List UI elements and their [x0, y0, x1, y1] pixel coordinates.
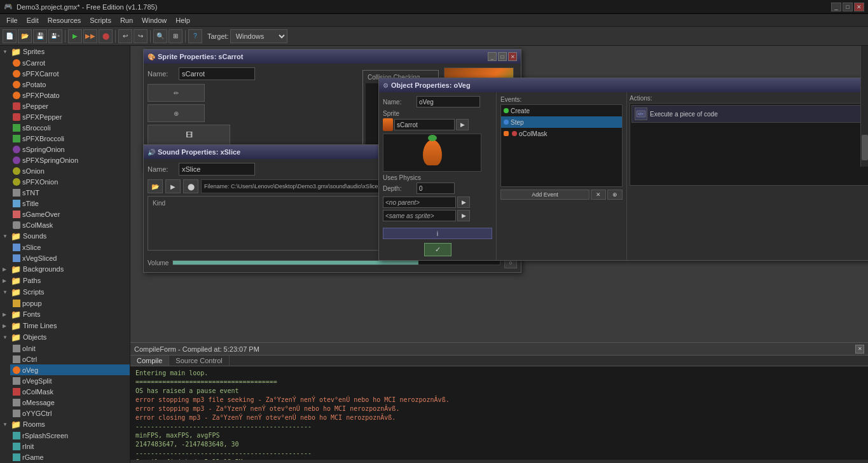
list-item[interactable]: oCtrl [10, 354, 130, 364]
list-item[interactable]: sPFXBroccoli [10, 133, 130, 144]
tab-source-control[interactable]: Source Control [169, 356, 229, 366]
list-item[interactable]: sPotato [10, 79, 130, 90]
parent-arrow[interactable]: ▶ [457, 197, 470, 208]
target-select[interactable]: Windows Mac OS X Ubuntu [230, 29, 287, 43]
object-ok-button[interactable]: ✓ [424, 243, 451, 256]
stop-button[interactable]: ⬤ [99, 29, 113, 43]
close-button[interactable]: ✕ [854, 3, 864, 11]
tree-header-backgrounds[interactable]: ▶ 📁 Backgrounds [0, 263, 130, 275]
list-item[interactable]: sPFXSpringOnion [10, 155, 130, 165]
volume-bar[interactable] [172, 260, 500, 265]
list-item[interactable]: oInit [10, 343, 130, 354]
list-item[interactable]: rGame [10, 452, 130, 462]
menu-scripts[interactable]: Scripts [86, 16, 115, 25]
list-item[interactable]: sOnion [10, 165, 130, 176]
sprite-select-input[interactable] [394, 119, 455, 130]
list-item[interactable]: sPFXPotato [10, 90, 130, 100]
sound-open-button[interactable]: 📂 [148, 179, 163, 193]
list-item[interactable]: sPFXOnion [10, 176, 130, 187]
undo-button[interactable]: ↩ [118, 29, 132, 43]
list-item[interactable]: sPFXCarrot [10, 68, 130, 79]
tree-header-rooms[interactable]: ▼ 📁 Rooms [0, 418, 130, 430]
list-item[interactable]: sPFXPepper [10, 111, 130, 122]
list-item[interactable]: oVegSplit [10, 375, 130, 386]
duplicate-event-button[interactable]: ⊕ [607, 190, 623, 200]
compile-close-button[interactable]: ✕ [855, 345, 864, 354]
mask-arrow[interactable]: ▶ [457, 210, 470, 221]
delete-event-button[interactable]: ✕ [591, 190, 606, 200]
list-item[interactable]: sPepper [10, 100, 130, 111]
list-item[interactable]: oVeg [10, 364, 130, 375]
compile-scrollbar[interactable] [860, 46, 868, 167]
menu-file[interactable]: File [3, 16, 22, 25]
sprite-props-titlebar[interactable]: 🎨 Sprite Properties: sCarrot _ □ ✕ [144, 50, 521, 64]
redo-button[interactable]: ↪ [134, 29, 148, 43]
tree-header-paths[interactable]: ▶ 📁 Paths [0, 275, 130, 286]
list-item[interactable]: rInit [10, 441, 130, 452]
tree-header-timelines[interactable]: ▶ 📁 Time Lines [0, 320, 130, 331]
tree-header-objects[interactable]: ▼ 📁 Objects [0, 331, 130, 343]
title-bar-controls[interactable]: _ □ ✕ [831, 3, 864, 11]
compile-scrollbar-thumb[interactable] [862, 135, 868, 160]
menu-run[interactable]: Run [116, 16, 137, 25]
object-props-titlebar[interactable]: ⚙ Object Properties: oVeg _ □ ✕ [379, 78, 868, 92]
paths-folder-icon: 📁 [11, 276, 21, 286]
list-item[interactable]: sGameOver [10, 209, 130, 219]
event-colmask[interactable]: oColMask [501, 128, 622, 139]
minimize-button[interactable]: _ [831, 3, 841, 11]
maximize-button[interactable]: □ [843, 3, 853, 11]
sprite-select-arrow[interactable]: ▶ [456, 119, 469, 130]
tree-header-scripts[interactable]: ▼ 📁 Scripts [0, 286, 130, 298]
sound-stop-button[interactable]: ⬤ [183, 179, 198, 193]
tree-header-fonts[interactable]: ▶ 📁 Fonts [0, 308, 130, 320]
new-button[interactable]: 📄 [3, 29, 17, 43]
sprite-props-maximize[interactable]: □ [498, 52, 507, 61]
menu-resources[interactable]: Resources [44, 16, 85, 25]
list-item[interactable]: sColMask [10, 219, 130, 230]
list-item[interactable]: sTitle [10, 198, 130, 209]
sprite-image-btn2[interactable]: ⊕ [148, 104, 205, 122]
tree-header-sprites[interactable]: ▼ 📁 Sprites [0, 46, 130, 57]
debug-button[interactable]: ▶▶ [83, 29, 97, 43]
run-button[interactable]: ▶ [68, 29, 82, 43]
list-item[interactable]: rSplashScreen [10, 430, 130, 441]
menu-window[interactable]: Window [138, 16, 170, 25]
sprite-image-btn1[interactable]: ✏ [148, 84, 205, 102]
list-item[interactable]: sTNT [10, 187, 130, 198]
list-item[interactable]: xSlice [10, 242, 130, 252]
sound-name-input[interactable] [179, 163, 255, 176]
list-item[interactable]: sBroccoli [10, 122, 130, 133]
help-button[interactable]: ? [188, 29, 202, 43]
zoom-in-button[interactable]: 🔍 [153, 29, 167, 43]
tree-group-objects: ▼ 📁 Objects oInit oCtrl oVeg oVegSplit o… [0, 331, 130, 418]
action-execute-code[interactable]: </> Execute a piece of code [631, 105, 868, 123]
tree-header-sounds[interactable]: ▼ 📁 Sounds [0, 230, 130, 242]
list-item[interactable]: sCarrot [10, 57, 130, 68]
list-item[interactable]: sSpringOnion [10, 144, 130, 155]
event-step[interactable]: Step [501, 116, 622, 128]
object-info-button[interactable]: i [383, 228, 492, 239]
parent-select[interactable] [383, 197, 456, 208]
depth-input[interactable] [417, 183, 455, 194]
mask-select[interactable] [383, 210, 456, 221]
sprite-props-minimize[interactable]: _ [488, 52, 497, 61]
zoom-out-button[interactable]: ⊞ [169, 29, 183, 43]
list-item[interactable]: popup [10, 298, 130, 308]
list-item[interactable]: oColMask [10, 386, 130, 397]
menu-edit[interactable]: Edit [23, 16, 43, 25]
menu-help[interactable]: Help [172, 16, 194, 25]
add-event-button[interactable]: Add Event [500, 190, 589, 200]
list-item[interactable]: xVegSliced [10, 252, 130, 263]
object-name-input[interactable] [417, 96, 480, 107]
tab-compile[interactable]: Compile [130, 356, 169, 366]
save-button[interactable]: 💾 [33, 29, 47, 43]
open-button[interactable]: 📂 [18, 29, 32, 43]
sound-play-button[interactable]: ▶ [165, 179, 181, 193]
list-item[interactable]: oYYGCtrl [10, 408, 130, 418]
save-all-button[interactable]: 💾+ [48, 29, 62, 43]
list-item[interactable]: oMessage [10, 397, 130, 408]
sprite-name-input[interactable] [179, 67, 255, 80]
sprite-props-controls[interactable]: _ □ ✕ [488, 52, 517, 61]
sprite-props-close[interactable]: ✕ [508, 52, 517, 61]
event-create[interactable]: Create [501, 105, 622, 116]
